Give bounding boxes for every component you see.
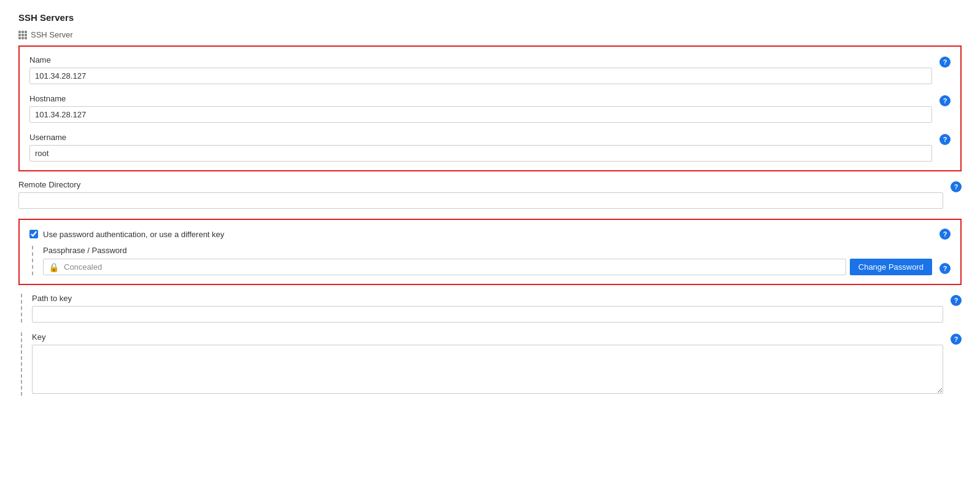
remote-directory-input[interactable]	[18, 192, 943, 209]
use-password-auth-help-icon[interactable]: ?	[939, 229, 951, 240]
concealed-text: Concealed	[64, 262, 841, 272]
ssh-server-header: SSH Server	[18, 30, 962, 39]
hostname-input[interactable]	[29, 106, 932, 123]
username-label: Username	[29, 133, 932, 142]
remote-directory-help-icon[interactable]: ?	[951, 181, 962, 192]
path-to-key-section: Path to key ?	[21, 294, 962, 323]
name-label: Name	[29, 55, 932, 65]
basic-fields-section: Name ? Hostname ? Username ?	[18, 45, 962, 171]
page-title: SSH Servers	[18, 12, 962, 23]
remote-directory-row: Remote Directory ?	[18, 180, 962, 209]
path-to-key-help-icon[interactable]: ?	[951, 295, 962, 306]
path-to-key-label: Path to key	[32, 294, 943, 303]
hostname-help-icon[interactable]: ?	[939, 95, 951, 106]
use-password-auth-checkbox[interactable]	[29, 230, 38, 238]
hostname-label: Hostname	[29, 94, 932, 103]
key-row: Key ?	[32, 332, 962, 396]
passphrase-field-row: Passphrase / Password 🔒 Concealed Change…	[43, 246, 951, 275]
use-password-auth-row: Use password authentication, or use a di…	[29, 229, 951, 240]
passphrase-section: Passphrase / Password 🔒 Concealed Change…	[32, 246, 951, 275]
username-field-row: Username ?	[29, 133, 951, 162]
auth-section: Use password authentication, or use a di…	[18, 219, 962, 285]
passphrase-help-icon[interactable]: ?	[939, 263, 951, 274]
key-help-icon[interactable]: ?	[951, 334, 962, 345]
grid-icon	[18, 31, 27, 39]
username-help-icon[interactable]: ?	[939, 134, 951, 145]
name-field-row: Name ?	[29, 55, 951, 84]
key-section: Key ?	[21, 332, 962, 396]
name-input[interactable]	[29, 68, 932, 84]
path-to-key-row: Path to key ?	[32, 294, 962, 323]
key-textarea[interactable]	[32, 345, 943, 394]
password-field-wrapper: 🔒 Concealed Change Password	[43, 259, 932, 275]
name-help-icon[interactable]: ?	[939, 57, 951, 68]
key-label: Key	[32, 332, 943, 342]
lock-icon: 🔒	[49, 262, 59, 272]
passphrase-label: Passphrase / Password	[43, 246, 932, 255]
username-input[interactable]	[29, 145, 932, 162]
passphrase-input-display: 🔒 Concealed	[43, 259, 846, 275]
path-to-key-input[interactable]	[32, 306, 943, 323]
use-password-auth-label[interactable]: Use password authentication, or use a di…	[43, 230, 224, 239]
ssh-server-label: SSH Server	[31, 30, 73, 39]
change-password-button[interactable]: Change Password	[850, 259, 932, 275]
remote-directory-label: Remote Directory	[18, 180, 943, 189]
hostname-field-row: Hostname ?	[29, 94, 951, 123]
